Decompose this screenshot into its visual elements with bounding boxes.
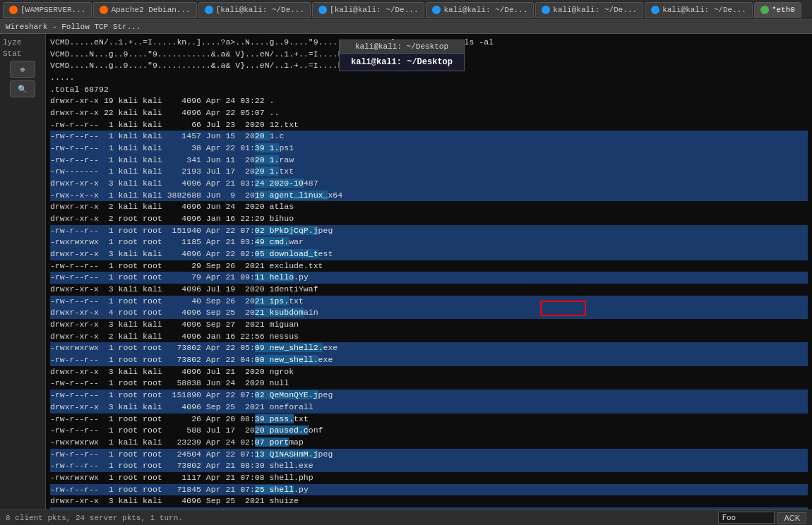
terminal-line: -rw-r--r-- 1 root root 29 Sep 26 2021 ex… [50,260,808,272]
top-bar-wrapper: [WAMPSERVER... Apache2 Debian... [kali@k… [0,0,812,34]
terminal-line: -rw-r--r-- 1 root root 26 Apr 20 08:39 p… [50,414,808,426]
sidebar: lyze Stat ⊕ 🔍 [0,34,46,524]
tab-kali5[interactable]: kali@kali: ~/De... [645,2,753,18]
kali2-icon [318,6,327,14]
terminal-line: -rw-r--r-- 1 root root 73802 Apr 21 08:3… [50,460,808,472]
terminal-line: -rw-r--r-- 1 root root 79 Apr 21 09:11 h… [50,272,808,284]
apply-button[interactable]: ACK [777,512,806,524]
tab-kali2-label: [kali@kali: ~/De... [330,6,418,14]
terminal-line: ..... [50,72,808,84]
tab-wampserver[interactable]: [WAMPSERVER... [3,2,92,18]
main-layout: lyze Stat ⊕ 🔍 VCMD.....eN/..1.+..=I.....… [0,34,812,524]
terminal-line: -rwxrwxrwx 1 kali kali 23239 Apr 24 02:0… [50,437,808,449]
kali1-icon [205,6,213,14]
wireshark-bar: Wireshark - Follow TCP Str... [0,20,812,34]
terminal-line: -rw-r--r-- 1 root root 73802 Apr 22 04:0… [50,354,808,366]
tab-kali3-label: kali@kali: ~/De... [443,6,527,14]
terminal-line: drwxr-xr-x 3 kali kali 4096 Apr 22 02:05… [50,248,808,260]
terminal-line: -rw-r--r-- 1 root root 24504 Apr 22 07:1… [50,449,808,461]
tab-wampserver-label: [WAMPSERVER... [20,6,85,14]
terminal-line: drwxr-xr-x 19 kali kali 4096 Apr 24 03:2… [50,95,808,107]
tooltip-content: kali@kali: ~/Desktop [339,53,465,71]
terminal-line: -rw-r--r-- 1 root root 151940 Apr 22 07:… [50,225,808,237]
terminal-line: drwxr-xr-x 2 kali kali 4096 Jun 24 2020 … [50,201,808,213]
terminal-line: drwxr-xr-x 3 kali kali 4096 Jul 19 2020 … [50,284,808,296]
terminal-line: drwxr-xr-x 3 kali kali 4096 Sep 27 2021 … [50,319,808,331]
terminal-line: -rwx--x--x 1 kali kali 3882688 Jun 9 201… [50,190,808,202]
terminal-line: -rw-r--r-- 1 kali kali 38 Apr 22 01:39 1… [50,143,808,155]
sidebar-item-lyze[interactable]: lyze [0,37,45,48]
tab-kali1[interactable]: [kali@kali: ~/De... [198,2,311,18]
tab-apache-label: Apache2 Debian... [111,6,190,14]
tooltip-title: kali@kali: ~/Desktop [339,40,465,53]
sidebar-plus-button[interactable]: ⊕ [10,61,35,78]
sidebar-search-button[interactable]: 🔍 [10,80,35,97]
tab-eth0-label: *eth0 [772,6,795,14]
terminal-line: drwxr-xr-x 2 kali kali 4096 Jan 16 22:56… [50,331,808,343]
terminal-line: drwxr-xr-x 3 kali kali 4096 Sep 25 2021 … [50,495,808,507]
tab-kali1-label: [kali@kali: ~/De... [216,6,304,14]
tab-kali4[interactable]: kali@kali: ~/De... [535,2,643,18]
terminal-line: -rw-r--r-- 1 kali kali 341 Jun 11 2020 1… [50,155,808,167]
terminal-content[interactable]: VCMD.....eN/..1.+..=I.....kn..]....?a>..… [46,34,812,524]
tab-bar: [WAMPSERVER... Apache2 Debian... [kali@k… [0,0,812,20]
status-text: 8 client pkts, 24 server pkts, 1 turn. [6,514,718,522]
network-icon [760,6,769,14]
tab-kali2[interactable]: [kali@kali: ~/De... [312,2,424,18]
terminal-line: -rw-r--r-- 1 root root 58838 Jun 24 2020… [50,378,808,390]
kali4-icon [542,6,550,14]
tab-kali3[interactable]: kali@kali: ~/De... [426,2,534,18]
filter-input[interactable] [718,512,775,524]
tooltip-overlay: kali@kali: ~/Desktop kali@kali: ~/Deskto… [339,40,465,71]
status-bar: 8 client pkts, 24 server pkts, 1 turn. A… [0,509,812,525]
terminal-line: -rwxrwxrwx 1 root root 73802 Apr 22 05:0… [50,342,808,354]
kali5-icon [651,6,659,14]
tab-eth0[interactable]: *eth0 [754,2,801,18]
terminal-line: -rw------- 1 kali kali 2193 Jul 17 2020 … [50,166,808,178]
kali3-icon [432,6,441,14]
terminal-line: -rw-r--r-- 1 root root 588 Jul 17 2020 p… [50,425,808,437]
terminal-line: -rw-r--r-- 1 root root 151890 Apr 22 07:… [50,390,808,402]
sidebar-item-stat[interactable]: Stat [0,48,45,59]
tab-kali4-label: kali@kali: ~/De... [553,6,637,14]
terminal-line: -rw-r--r-- 1 root root 40 Sep 26 2021 ip… [50,296,808,308]
terminal-line: drwxr-xr-x 3 kali kali 4096 Apr 21 03:24… [50,178,808,190]
terminal-line: drwxr-xr-x 4 root root 4096 Sep 25 2021 … [50,307,808,319]
apache-icon [100,6,108,14]
terminal-line: drwxr-xr-x 3 kali kali 4096 Sep 25 2021 … [50,402,808,414]
terminal-line: -rw-r--r-- 1 kali kali 1457 Jun 15 2020 … [50,131,808,143]
terminal-line: -rwxrwxrwx 1 root root 1185 Apr 21 03:49… [50,236,808,248]
terminal-line: -rwxrwxrwx 1 root root 1117 Apr 21 07:08… [50,472,808,484]
terminal-line: .total 68792 [50,84,808,96]
terminal-line: -rw-r--r-- 1 kali kali 66 Jul 23 2020 12… [50,119,808,131]
tab-kali5-label: kali@kali: ~/De... [662,6,746,14]
terminal-line: drwxr-xr-x 3 kali kali 4096 Jul 21 2020 … [50,366,808,378]
wireshark-title: Wireshark - Follow TCP Str... [6,23,141,31]
terminal-line: drwxr-xr-x 22 kali kali 4096 Apr 22 05:0… [50,107,808,119]
firefox-icon [9,6,18,14]
tab-apache[interactable]: Apache2 Debian... [93,2,196,18]
terminal-line: -rw-r--r-- 1 root root 71845 Apr 21 07:2… [50,484,808,496]
terminal-line: drwxr-xr-x 2 root root 4096 Jan 16 22:29… [50,213,808,225]
